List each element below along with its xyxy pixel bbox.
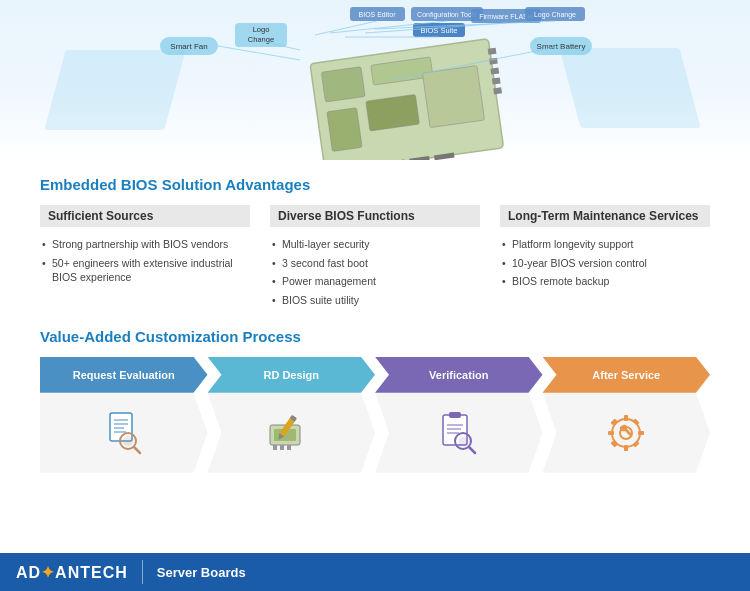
footer-logo-ad: AD bbox=[16, 564, 41, 581]
footer-logo-tech: ANTECH bbox=[55, 564, 128, 581]
list-item: 50+ engineers with extensive industrial … bbox=[40, 254, 250, 287]
process-steps: Request Evaluation bbox=[40, 357, 710, 473]
list-item: 10-year BIOS version control bbox=[500, 254, 710, 273]
advantages-title: Embedded BIOS Solution Advantages bbox=[40, 176, 710, 193]
step-icon-area-verification bbox=[375, 393, 543, 473]
step-header-verification: Verification bbox=[375, 357, 543, 393]
svg-rect-72 bbox=[611, 418, 618, 425]
svg-rect-75 bbox=[633, 418, 640, 425]
svg-rect-10 bbox=[493, 87, 502, 94]
sufficient-sources-col: Sufficient Sources Strong partnership wi… bbox=[40, 205, 250, 310]
svg-rect-69 bbox=[624, 445, 628, 451]
list-item: Multi-layer security bbox=[270, 235, 480, 254]
svg-rect-70 bbox=[608, 431, 614, 435]
value-added-section: Value-Added Customization Process Reques… bbox=[40, 328, 710, 473]
step-header-request: Request Evaluation bbox=[40, 357, 208, 393]
footer: AD✦ANTECH Server Boards bbox=[0, 553, 750, 591]
longterm-maintenance-list: Platform longevity support 10-year BIOS … bbox=[500, 235, 710, 291]
diverse-bios-col: Diverse BIOS Functions Multi-layer secur… bbox=[270, 205, 480, 310]
list-item: BIOS remote backup bbox=[500, 272, 710, 291]
list-item: Platform longevity support bbox=[500, 235, 710, 254]
top-diagram-section: Smart Fan Logo Change BIOS Editor Config… bbox=[0, 0, 750, 160]
advantages-grid: Sufficient Sources Strong partnership wi… bbox=[40, 205, 710, 310]
svg-text:Firmware FLASH: Firmware FLASH bbox=[479, 13, 533, 20]
rd-design-icon bbox=[262, 407, 320, 459]
step-icon-area-request bbox=[40, 393, 208, 473]
svg-rect-6 bbox=[488, 48, 497, 55]
svg-text:Logo Change: Logo Change bbox=[534, 11, 576, 19]
diverse-bios-heading: Diverse BIOS Functions bbox=[270, 205, 480, 227]
list-item: Strong partnership with BIOS vendors bbox=[40, 235, 250, 254]
svg-rect-54 bbox=[287, 445, 291, 450]
svg-text:Configuration Tools: Configuration Tools bbox=[417, 11, 477, 19]
diverse-bios-list: Multi-layer security 3 second fast boot … bbox=[270, 235, 480, 310]
svg-rect-5 bbox=[422, 66, 484, 128]
sufficient-sources-heading: Sufficient Sources bbox=[40, 205, 250, 227]
advantages-section: Embedded BIOS Solution Advantages Suffic… bbox=[40, 176, 710, 310]
verification-icon bbox=[433, 407, 485, 459]
longterm-maintenance-col: Long-Term Maintenance Services Platform … bbox=[500, 205, 710, 310]
svg-text:Logo: Logo bbox=[253, 25, 270, 34]
footer-brand: AD✦ANTECH Server Boards bbox=[16, 560, 246, 584]
svg-rect-68 bbox=[624, 415, 628, 421]
svg-rect-8 bbox=[490, 68, 499, 75]
svg-text:Smart Fan: Smart Fan bbox=[170, 42, 207, 51]
svg-rect-52 bbox=[273, 445, 277, 450]
svg-rect-3 bbox=[327, 108, 362, 152]
value-added-title: Value-Added Customization Process bbox=[40, 328, 710, 345]
step-icon-area-after bbox=[543, 393, 711, 473]
step-header-after: After Service bbox=[543, 357, 711, 393]
svg-rect-1 bbox=[321, 67, 365, 102]
svg-rect-73 bbox=[633, 440, 640, 447]
step-after-service: After Service bbox=[543, 357, 711, 473]
footer-logo: AD✦ANTECH bbox=[16, 563, 128, 582]
list-item: BIOS suite utility bbox=[270, 291, 480, 310]
request-evaluation-icon bbox=[98, 407, 150, 459]
svg-line-49 bbox=[134, 447, 140, 453]
step-header-rd: RD Design bbox=[208, 357, 376, 393]
svg-rect-53 bbox=[280, 445, 284, 450]
footer-logo-van: ✦ bbox=[41, 564, 55, 581]
footer-divider bbox=[142, 560, 143, 584]
svg-rect-74 bbox=[611, 440, 618, 447]
svg-line-65 bbox=[469, 447, 475, 453]
svg-point-48 bbox=[123, 436, 133, 446]
step-request-evaluation: Request Evaluation bbox=[40, 357, 208, 473]
svg-rect-71 bbox=[638, 431, 644, 435]
list-item: Power management bbox=[270, 272, 480, 291]
svg-text:BIOS Editor: BIOS Editor bbox=[359, 11, 397, 18]
motherboard-illustration: Smart Fan Logo Change BIOS Editor Config… bbox=[155, 5, 595, 160]
svg-rect-9 bbox=[492, 77, 501, 84]
step-rd-design: RD Design bbox=[208, 357, 376, 473]
svg-point-64 bbox=[458, 436, 467, 445]
list-item: 3 second fast boot bbox=[270, 254, 480, 273]
longterm-maintenance-heading: Long-Term Maintenance Services bbox=[500, 205, 710, 227]
main-content: Embedded BIOS Solution Advantages Suffic… bbox=[0, 160, 750, 483]
svg-rect-59 bbox=[449, 412, 461, 418]
step-verification: Verification bbox=[375, 357, 543, 473]
sufficient-sources-list: Strong partnership with BIOS vendors 50+… bbox=[40, 235, 250, 287]
step-icon-area-rd bbox=[208, 393, 376, 473]
after-service-icon bbox=[600, 407, 652, 459]
svg-line-39 bbox=[218, 46, 300, 60]
footer-subtitle: Server Boards bbox=[157, 565, 246, 580]
